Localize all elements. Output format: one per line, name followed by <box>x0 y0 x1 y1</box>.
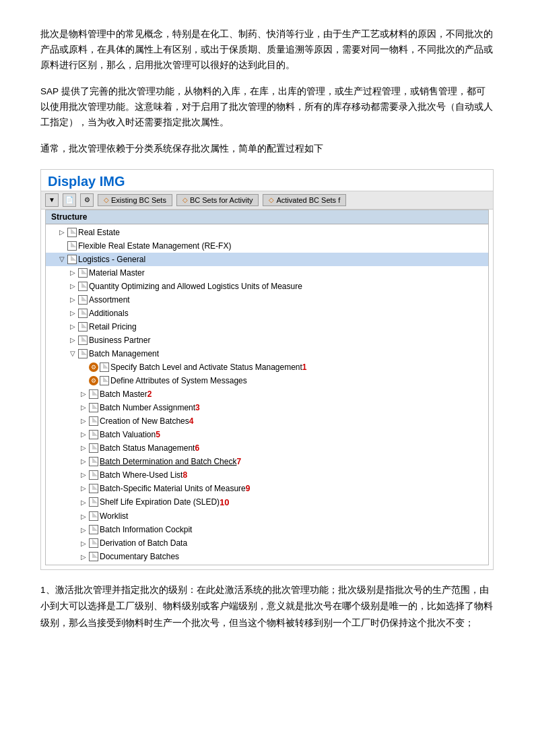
expand-icon[interactable]: ▽ <box>59 254 67 264</box>
tree-row[interactable]: ▷Batch Valuation 5 <box>46 428 488 441</box>
page-icon <box>67 255 77 264</box>
tree-row[interactable]: ▷Business Partner <box>46 334 488 347</box>
tree-row[interactable]: Flexible Real Estate Management (RE-FX) <box>46 239 488 253</box>
page-icon <box>89 484 98 493</box>
expand-icon[interactable]: ▷ <box>70 308 78 318</box>
tree-item-label: Batch Determination and Batch Check <box>100 455 236 468</box>
tree-row[interactable]: ▷Real Estate <box>46 226 488 239</box>
item-number: 10 <box>220 496 229 509</box>
item-number: 1 <box>302 361 307 373</box>
expand-icon[interactable]: ▷ <box>81 483 89 493</box>
tree-item-label: Flexible Real Estate Management (RE-FX) <box>78 240 231 252</box>
tree-row[interactable]: ⚙Define Attributes of System Messages <box>46 374 488 387</box>
expand-icon[interactable]: ▷ <box>81 416 89 426</box>
page-icon <box>89 430 98 439</box>
tree-item-label: Batch Where-Used List <box>100 469 182 481</box>
expand-icon[interactable]: ▷ <box>81 538 89 548</box>
tree-row[interactable]: ▷Batch Status Management 6 <box>46 441 488 455</box>
tree-row[interactable]: ▷Batch-Specific Material Units of Measur… <box>46 482 488 495</box>
intro-para1: 批次是物料管理中的常见概念，特别是在化工、制药、快消等行业，由于生产工艺或材料的… <box>40 27 494 73</box>
tree-row[interactable]: ▷Material Master <box>46 266 488 280</box>
tree-item-label: Worklist <box>100 510 128 522</box>
bc-sets-activity-btn[interactable]: ◇ BC Sets for Activity <box>176 194 259 206</box>
expand-icon[interactable]: ▷ <box>81 511 89 522</box>
page-icon <box>89 525 98 534</box>
expand-icon[interactable]: ▷ <box>70 335 78 345</box>
page-icon <box>67 228 77 237</box>
page-icon <box>89 389 98 399</box>
tree-item-label: Derivation of Batch Data <box>100 537 187 549</box>
item-number: 5 <box>156 429 160 441</box>
expand-icon[interactable]: ▷ <box>70 281 78 291</box>
tree-body: ▷Real EstateFlexible Real Estate Managem… <box>46 224 488 565</box>
expand-icon[interactable]: ▷ <box>70 267 78 278</box>
tree-row[interactable]: ▷Assortment <box>46 293 488 307</box>
expand-icon[interactable]: ▷ <box>81 497 89 507</box>
tree-row[interactable]: ▷Batch Determination and Batch Check 7 <box>46 455 488 468</box>
tree-row[interactable]: ▷Shelf Life Expiration Date (SLED) 10 <box>46 495 488 510</box>
page-icon <box>78 268 88 278</box>
img-title-bar: Display IMG <box>41 170 493 191</box>
page-icon <box>100 363 109 372</box>
page-icon <box>89 457 98 466</box>
tree-row[interactable]: ▽Logistics - General <box>46 253 488 266</box>
tree-row[interactable]: ▷Batch Number Assignment3 <box>46 401 488 414</box>
activated-bc-sets-btn[interactable]: ◇ Activated BC Sets f <box>263 194 346 206</box>
tree-row[interactable]: ⚙Specify Batch Level and Activate Status… <box>46 360 488 374</box>
tree-row[interactable]: ▷Quantity Optimizing and Allowed Logisti… <box>46 280 488 293</box>
tree-row[interactable]: ▷Batch Master2 <box>46 387 488 401</box>
item-number: 4 <box>189 415 194 427</box>
page-icon <box>67 241 77 251</box>
intro-para2: SAP 提供了完善的批次管理功能，从物料的入库，在库，出库的管理，或生产过程管理… <box>40 84 494 131</box>
expand-icon[interactable]: ▷ <box>81 402 89 412</box>
tree-row[interactable]: ▷Creation of New Batches4 <box>46 414 488 428</box>
page-icon <box>100 376 109 385</box>
tree-row[interactable]: ▷Additionals <box>46 307 488 320</box>
expand-icon[interactable]: ▷ <box>81 429 89 439</box>
page-icon <box>89 511 98 521</box>
page-icon <box>89 538 98 548</box>
expand-icon[interactable]: ▷ <box>70 294 78 305</box>
tree-item-label: Define Attributes of System Messages <box>110 375 247 387</box>
tree-row[interactable]: ▷Worklist <box>46 509 488 523</box>
page-icon <box>89 403 98 412</box>
expand-icon[interactable]: ▷ <box>81 470 89 480</box>
bc-sets-activity-label: BC Sets for Activity <box>190 196 253 204</box>
existing-bc-sets-label: Existing BC Sets <box>111 196 166 204</box>
page-icon <box>89 443 98 453</box>
tree-row[interactable]: ▷Batch Where-Used List 8 <box>46 468 488 482</box>
toolbar-icon-page[interactable]: 📄 <box>63 193 76 207</box>
expand-icon[interactable]: ▷ <box>70 321 78 332</box>
expand-icon[interactable]: ▷ <box>81 389 89 399</box>
expand-icon[interactable]: ▷ <box>81 552 89 562</box>
toolbar-icon-settings[interactable]: ⚙ <box>80 193 94 207</box>
tree-item-label: Logistics - General <box>78 253 145 265</box>
expand-icon[interactable]: ▷ <box>81 456 89 466</box>
gear-icon: ⚙ <box>89 363 98 372</box>
tree-row[interactable]: ▷Derivation of Batch Data <box>46 536 488 550</box>
expand-icon[interactable]: ▷ <box>81 525 89 535</box>
diamond-icon1: ◇ <box>104 196 109 203</box>
img-title: Display IMG <box>48 174 125 189</box>
tree-row[interactable]: ▷Batch Information Cockpit <box>46 523 488 536</box>
tree-item-label: Batch Valuation <box>100 429 156 441</box>
expand-icon[interactable]: ▷ <box>59 227 67 237</box>
page-icon <box>89 416 98 426</box>
existing-bc-sets-btn[interactable]: ◇ Existing BC Sets <box>98 194 172 206</box>
tree-item-label: Quantity Optimizing and Allowed Logistic… <box>89 280 302 292</box>
display-img-container: Display IMG ▼ 📄 ⚙ ◇ Existing BC Sets ◇ B… <box>40 169 494 571</box>
toolbar-icon-filter[interactable]: ▼ <box>45 193 59 207</box>
tree-item-label: Creation of New Batches <box>100 415 189 427</box>
page-icon <box>78 322 88 332</box>
expand-icon[interactable]: ▷ <box>81 443 89 453</box>
img-toolbar: ▼ 📄 ⚙ ◇ Existing BC Sets ◇ BC Sets for A… <box>41 191 493 210</box>
footnote-text: 1、激活批次管理并指定批次的级别：在此处激活系统的批次管理功能；批次级别是指批次… <box>40 582 494 631</box>
intro-para3: 通常，批次管理依赖于分类系统保存批次属性，简单的配置过程如下 <box>40 141 494 157</box>
tree-item-label: Real Estate <box>78 226 120 239</box>
tree-row[interactable]: ▷Retail Pricing <box>46 320 488 334</box>
item-number: 7 <box>236 455 241 468</box>
tree-item-label: Material Master <box>89 267 145 279</box>
tree-row[interactable]: ▽Batch Management <box>46 347 488 360</box>
expand-icon[interactable]: ▽ <box>70 348 78 358</box>
tree-row[interactable]: ▷Documentary Batches <box>46 550 488 563</box>
